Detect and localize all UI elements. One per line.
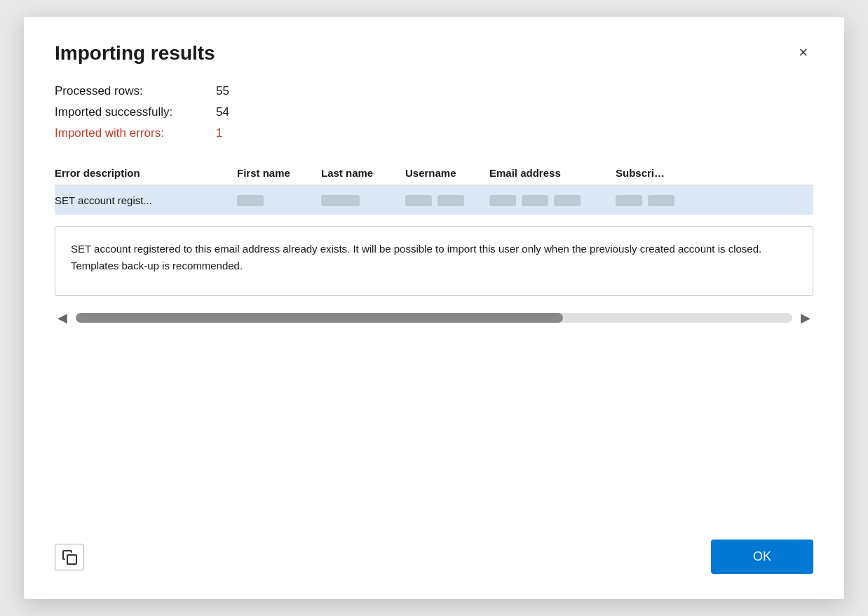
error-details-text: SET account registered to this email add… [71, 243, 761, 272]
col-header-email-address: Email address [489, 167, 616, 179]
scrollbar-thumb [76, 313, 563, 323]
redacted-subscr-1 [616, 195, 642, 206]
close-button[interactable]: × [793, 42, 813, 63]
processed-rows-label: Processed rows: [55, 84, 216, 98]
col-header-first-name: First name [237, 167, 321, 179]
table-row[interactable]: SET account regist... [55, 186, 813, 215]
stats-section: Processed rows: 55 Imported successfully… [55, 84, 813, 147]
ok-button[interactable]: OK [711, 540, 813, 574]
col-header-subscription: Subscri… [616, 167, 813, 179]
imported-successfully-label: Imported successfully: [55, 105, 216, 119]
copy-button[interactable] [55, 544, 84, 570]
copy-icon [61, 549, 78, 565]
dialog-header: Importing results × [55, 42, 813, 65]
imported-errors-label: Imported with errors: [55, 126, 216, 140]
col-header-username: Username [405, 167, 489, 179]
col-header-error-desc: Error description [55, 167, 237, 179]
imported-errors-row: Imported with errors: 1 [55, 126, 813, 140]
cell-subscription [616, 195, 813, 206]
svg-rect-0 [67, 555, 76, 564]
redacted-email-3 [554, 195, 581, 206]
redacted-username-1 [405, 195, 432, 206]
redacted-last-name [321, 195, 360, 206]
redacted-email-1 [489, 195, 516, 206]
error-details-box: SET account registered to this email add… [55, 226, 813, 296]
redacted-email-2 [522, 195, 548, 206]
imported-successfully-value: 54 [216, 105, 229, 119]
results-table: Error description First name Last name U… [55, 167, 813, 215]
scroll-right-button[interactable]: ▶ [798, 310, 813, 326]
cell-first-name [237, 195, 321, 206]
table-header: Error description First name Last name U… [55, 167, 813, 186]
cell-username [405, 195, 489, 206]
dialog-footer: OK [55, 534, 813, 574]
redacted-subscr-2 [648, 195, 674, 206]
imported-errors-value: 1 [216, 126, 222, 140]
scrollbar-section: ◀ ▶ [55, 310, 813, 326]
redacted-username-2 [438, 195, 464, 206]
cell-error-desc: SET account regist... [55, 194, 237, 206]
scrollbar-track[interactable] [76, 313, 792, 323]
redacted-first-name [237, 195, 264, 206]
processed-rows-value: 55 [216, 84, 229, 98]
cell-email [489, 195, 616, 206]
dialog-title: Importing results [55, 42, 215, 65]
importing-results-dialog: Importing results × Processed rows: 55 I… [24, 17, 844, 599]
scroll-left-button[interactable]: ◀ [55, 310, 70, 326]
cell-last-name [321, 195, 405, 206]
processed-rows-row: Processed rows: 55 [55, 84, 813, 98]
col-header-last-name: Last name [321, 167, 405, 179]
imported-successfully-row: Imported successfully: 54 [55, 105, 813, 119]
